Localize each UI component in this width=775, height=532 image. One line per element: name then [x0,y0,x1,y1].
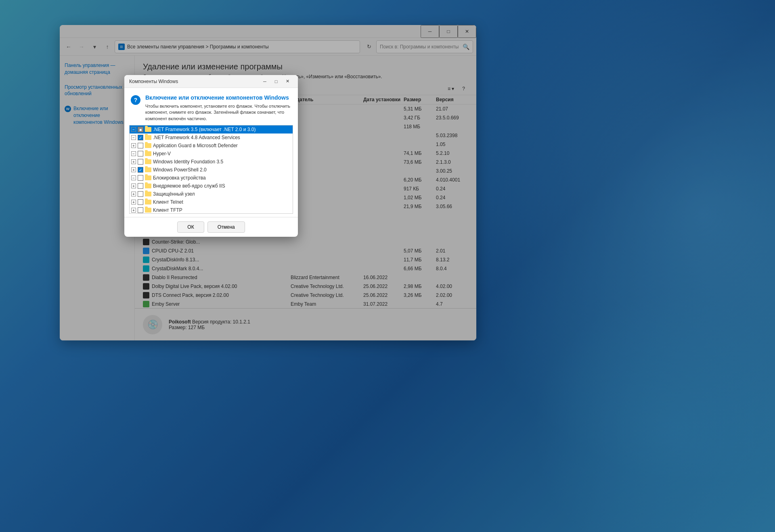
tree-expand[interactable]: + [131,143,136,148]
dialog-main-title: Включение или отключение компонентов Win… [145,94,291,101]
dialog-header-text: Включение или отключение компонентов Win… [145,94,291,122]
tree-folder-icon [145,127,151,132]
dialog-minimize-button[interactable]: ─ [259,77,270,86]
windows-components-dialog: Компоненты Windows ─ □ ✕ ? Включение или… [124,75,298,237]
tree-item-label: Windows Identity Foundation 3.5 [153,159,223,165]
tree-folder-icon [145,167,151,172]
tree-expand[interactable]: − [131,127,136,132]
components-tree[interactable]: − ■ .NET Framework 3.5 (включает .NET 2.… [129,125,293,214]
dialog-description: Чтобы включить компонент, установите его… [145,103,291,122]
tree-item-label: Блокировка устройства [153,175,206,181]
dialog-header: ? Включение или отключение компонентов W… [124,88,298,125]
tree-checkbox[interactable] [138,183,143,189]
cancel-button[interactable]: Отмена [207,221,245,233]
dialog-title-bar: Компоненты Windows ─ □ ✕ [124,75,298,88]
tree-item-label: .NET Framework 3.5 (включает .NET 2.0 и … [153,127,256,132]
tree-checkbox[interactable] [138,151,143,156]
tree-expand[interactable]: + [131,184,136,188]
tree-expand[interactable]: − [131,135,136,140]
tree-folder-icon [145,143,151,148]
tree-item[interactable]: + Application Guard в Microsoft Defender [130,142,293,150]
tree-item[interactable]: + ✓ Windows PowerShell 2.0 [130,166,293,174]
tree-folder-icon [145,159,151,164]
dialog-info-icon: ? [131,95,140,105]
tree-folder-icon [145,175,151,180]
tree-folder-icon [145,184,151,188]
tree-item-label: .NET Framework 4.8 Advanced Services [153,135,240,140]
modal-overlay [0,0,775,532]
tree-item-label: Клиент Telnet [153,199,183,205]
tree-item[interactable]: + Защищённый узел [130,190,293,198]
tree-folder-icon [145,151,151,156]
tree-folder-icon [145,200,151,204]
dialog-title-text: Компоненты Windows [129,79,259,84]
tree-item-label: Windows PowerShell 2.0 [153,167,207,173]
dialog-title-controls: ─ □ ✕ [259,77,293,86]
tree-folder-icon [145,192,151,196]
tree-expand[interactable]: − [131,175,136,180]
tree-checkbox[interactable] [138,143,143,148]
tree-item-label: Application Guard в Microsoft Defender [153,143,238,148]
dialog-close-button[interactable]: ✕ [282,77,293,86]
tree-folder-icon [145,208,151,213]
tree-expand[interactable]: + [131,159,136,164]
tree-checkbox[interactable]: ✓ [138,167,143,173]
tree-checkbox[interactable]: ■ [138,127,143,132]
tree-folder-icon [145,135,151,140]
dialog-footer: ОК Отмена [124,217,298,237]
tree-checkbox[interactable] [138,175,143,181]
tree-expand[interactable]: + [131,208,136,213]
tree-item-label: Внедряемое веб-ядро служб IIS [153,183,225,189]
tree-expand[interactable]: + [131,192,136,196]
tree-expand[interactable]: + [131,167,136,172]
tree-checkbox[interactable] [138,199,143,205]
tree-item[interactable]: + Клиент Telnet [130,198,293,206]
tree-checkbox[interactable] [138,191,143,197]
tree-item[interactable]: + Внедряемое веб-ядро служб IIS [130,182,293,190]
tree-checkbox[interactable] [138,159,143,165]
tree-item-label: Клиент TFTP [153,207,182,213]
tree-item[interactable]: − Блокировка устройства [130,174,293,182]
tree-expand[interactable]: + [131,200,136,204]
tree-expand[interactable]: − [131,151,136,156]
tree-item[interactable]: − ■ .NET Framework 3.5 (включает .NET 2.… [130,125,293,134]
tree-checkbox[interactable] [138,207,143,213]
ok-button[interactable]: ОК [177,221,204,233]
tree-item-label: Hyper-V [153,151,171,156]
tree-item[interactable]: − Hyper-V [130,150,293,158]
tree-item[interactable]: − ✓ .NET Framework 4.8 Advanced Services [130,134,293,142]
tree-item-label: Защищённый узел [153,191,195,197]
dialog-maximize-button[interactable]: □ [270,77,282,86]
tree-item[interactable]: + Windows Identity Foundation 3.5 [130,158,293,166]
tree-checkbox[interactable]: ✓ [138,135,143,140]
tree-item[interactable]: + Клиент TFTP [130,206,293,214]
